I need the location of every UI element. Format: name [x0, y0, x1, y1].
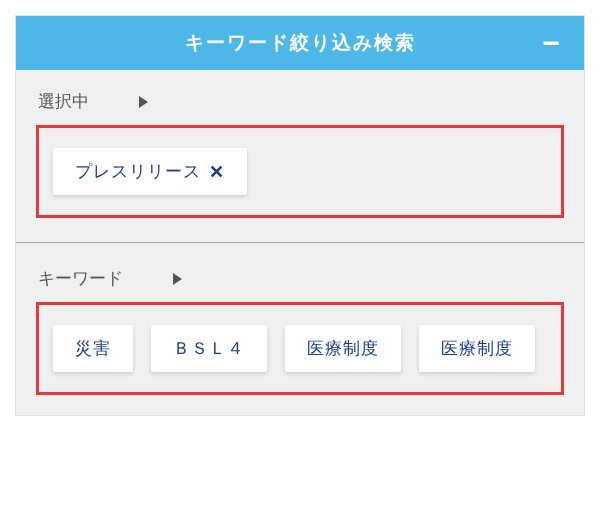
triangle-right-icon — [139, 96, 148, 108]
search-filter-panel: キーワード絞り込み検索 − 選択中 プレスリリース ✕ キーワード 災害 ＢＳＬ… — [15, 15, 585, 416]
keyword-section-header: キーワード — [36, 267, 564, 290]
chip-label: プレスリリース — [75, 160, 201, 183]
selected-chip[interactable]: プレスリリース ✕ — [53, 148, 247, 195]
keyword-chip[interactable]: 災害 — [53, 325, 133, 372]
keyword-label: キーワード — [38, 267, 123, 290]
close-icon[interactable]: ✕ — [209, 161, 225, 183]
triangle-right-icon — [173, 273, 182, 285]
keyword-chip[interactable]: 医療制度 — [285, 325, 401, 372]
panel-content: 選択中 プレスリリース ✕ キーワード 災害 ＢＳＬ４ 医療制度 — [16, 70, 584, 415]
panel-header[interactable]: キーワード絞り込み検索 − — [16, 16, 584, 70]
keyword-chip[interactable]: ＢＳＬ４ — [151, 325, 267, 372]
chip-label: 医療制度 — [441, 337, 513, 360]
chip-label: 災害 — [75, 337, 111, 360]
selected-items-box: プレスリリース ✕ — [36, 125, 564, 218]
chip-label: ＢＳＬ４ — [173, 337, 245, 360]
selected-label: 選択中 — [38, 90, 89, 113]
selected-section-header: 選択中 — [36, 90, 564, 113]
chip-label: 医療制度 — [307, 337, 379, 360]
keyword-chip[interactable]: 医療制度 — [419, 325, 535, 372]
panel-title: キーワード絞り込み検索 — [185, 30, 416, 56]
collapse-icon[interactable]: − — [542, 28, 562, 58]
section-divider — [16, 242, 584, 243]
keyword-items-box: 災害 ＢＳＬ４ 医療制度 医療制度 — [36, 302, 564, 395]
